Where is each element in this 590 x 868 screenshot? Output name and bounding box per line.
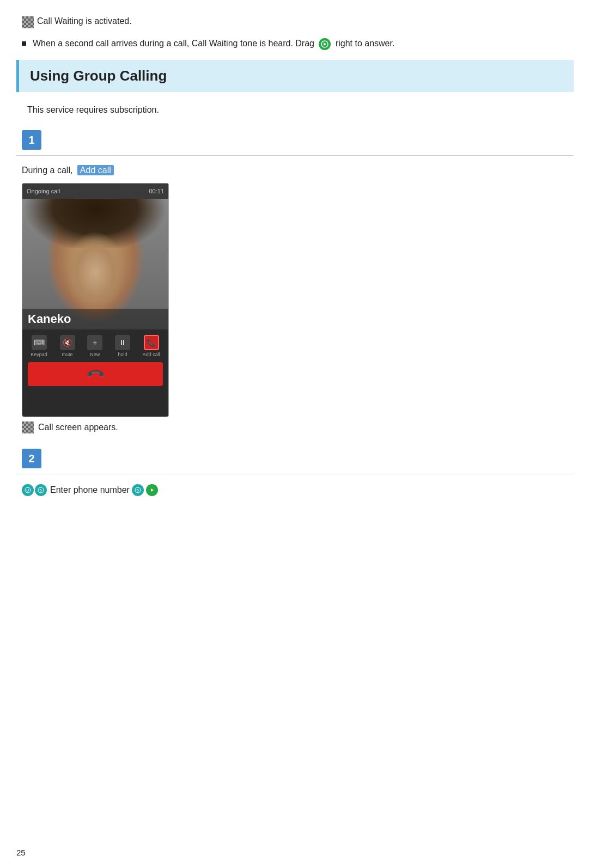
phone-end-call-button: 📞 [28, 362, 163, 386]
bullet-text: When a second call arrives during a call… [33, 38, 394, 50]
checkered-icon-2 [22, 421, 34, 433]
checkered-icon-1 [22, 16, 34, 28]
phone-btn-new: + New [87, 335, 102, 357]
call-waiting-activated-line: Call Waiting is activated. [16, 16, 574, 28]
step-1-result: Call screen appears. [16, 417, 574, 438]
step2-icon-teal: ↺ [22, 484, 34, 496]
step-1-block: 1 During a call, Add call Ongoing call 0… [16, 130, 574, 438]
step-1-instruction: During a call, Add call [16, 166, 574, 175]
step-2-text: Enter phone number [50, 485, 130, 495]
section-header: Using Group Calling [16, 60, 574, 92]
phone-top-bar: Ongoing call 00:11 [22, 184, 168, 199]
svg-text:↻: ↻ [39, 488, 42, 492]
phone-photo-area: Kaneko [22, 199, 168, 329]
phone-btn-keypad: ⌨ Keypad [31, 335, 47, 357]
svg-text:↻: ↻ [136, 488, 139, 492]
service-note: This service requires subscription. [16, 105, 574, 115]
call-waiting-bullet-line: When a second call arrives during a call… [16, 38, 574, 50]
step2-icon-after-teal: ↻ [132, 484, 144, 496]
step-1-result-text: Call screen appears. [38, 423, 118, 432]
phone-call-label: Ongoing call [27, 188, 60, 194]
step2-icon-teal2: ↻ [35, 484, 47, 496]
call-waiting-activated-text: Call Waiting is activated. [37, 16, 132, 26]
bullet-square [22, 41, 26, 46]
step-2-instruction: ↺ ↻ Enter phone number ↻ [16, 484, 574, 496]
phone-btn-addcall: 📞 Add call [143, 335, 160, 357]
page-number: 25 [16, 848, 26, 857]
step-2-block: 2 ↺ ↻ Enter phone number ↻ [16, 449, 574, 496]
step-2-divider [16, 474, 574, 474]
drag-green-icon [319, 38, 331, 50]
section-title: Using Group Calling [30, 68, 563, 84]
phone-name-overlay: Kaneko [22, 309, 168, 329]
step-1-badge: 1 [22, 130, 41, 150]
phone-btn-hold: ⏸ hold [115, 335, 130, 357]
svg-text:↺: ↺ [26, 488, 29, 492]
step-1-divider [16, 155, 574, 156]
phone-btn-mute: 🔇 mute [60, 335, 75, 357]
add-call-highlight: Add call [77, 165, 114, 175]
phone-controls: ⌨ Keypad 🔇 mute + New ⏸ hold 📞 Add c [22, 329, 168, 362]
phone-screenshot: Ongoing call 00:11 Kaneko ⌨ Keypad [22, 183, 169, 417]
step-2-badge: 2 [22, 449, 41, 468]
phone-end-call-icon: 📞 [85, 364, 105, 384]
phone-time: 00:11 [149, 188, 164, 194]
step2-icon-green [146, 484, 158, 496]
